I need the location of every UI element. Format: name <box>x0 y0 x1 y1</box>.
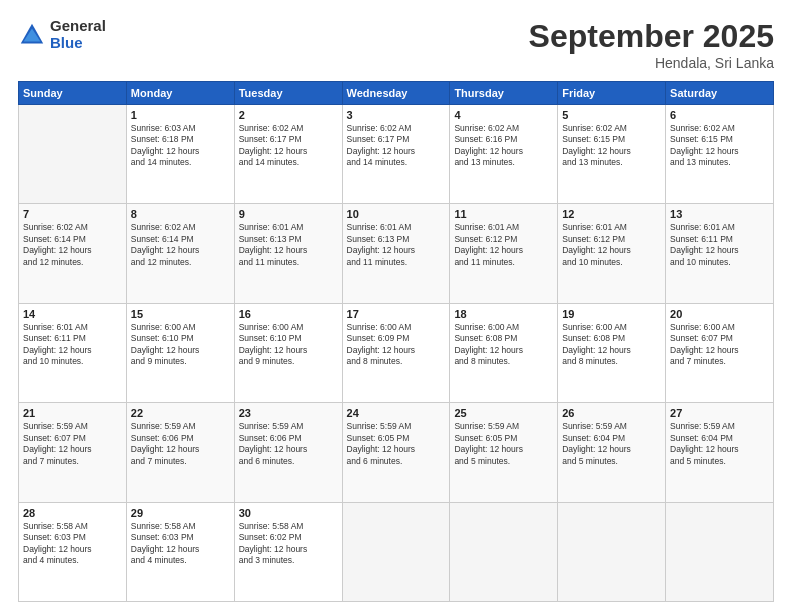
table-row: 27Sunrise: 5:59 AM Sunset: 6:04 PM Dayli… <box>666 403 774 502</box>
table-row: 8Sunrise: 6:02 AM Sunset: 6:14 PM Daylig… <box>126 204 234 303</box>
day-detail: Sunrise: 6:01 AM Sunset: 6:12 PM Dayligh… <box>562 222 661 268</box>
day-detail: Sunrise: 6:02 AM Sunset: 6:14 PM Dayligh… <box>131 222 230 268</box>
day-number: 16 <box>239 308 338 320</box>
table-row: 24Sunrise: 5:59 AM Sunset: 6:05 PM Dayli… <box>342 403 450 502</box>
subtitle: Hendala, Sri Lanka <box>529 55 774 71</box>
day-number: 14 <box>23 308 122 320</box>
table-row: 20Sunrise: 6:00 AM Sunset: 6:07 PM Dayli… <box>666 303 774 402</box>
day-detail: Sunrise: 5:58 AM Sunset: 6:02 PM Dayligh… <box>239 521 338 567</box>
table-row: 16Sunrise: 6:00 AM Sunset: 6:10 PM Dayli… <box>234 303 342 402</box>
day-detail: Sunrise: 6:03 AM Sunset: 6:18 PM Dayligh… <box>131 123 230 169</box>
day-number: 6 <box>670 109 769 121</box>
table-row: 11Sunrise: 6:01 AM Sunset: 6:12 PM Dayli… <box>450 204 558 303</box>
table-row: 10Sunrise: 6:01 AM Sunset: 6:13 PM Dayli… <box>342 204 450 303</box>
day-detail: Sunrise: 6:00 AM Sunset: 6:10 PM Dayligh… <box>239 322 338 368</box>
col-wednesday: Wednesday <box>342 82 450 105</box>
day-detail: Sunrise: 6:02 AM Sunset: 6:16 PM Dayligh… <box>454 123 553 169</box>
table-row: 22Sunrise: 5:59 AM Sunset: 6:06 PM Dayli… <box>126 403 234 502</box>
day-detail: Sunrise: 5:59 AM Sunset: 6:07 PM Dayligh… <box>23 421 122 467</box>
day-detail: Sunrise: 5:59 AM Sunset: 6:04 PM Dayligh… <box>670 421 769 467</box>
page: General Blue September 2025 Hendala, Sri… <box>0 0 792 612</box>
day-detail: Sunrise: 5:59 AM Sunset: 6:06 PM Dayligh… <box>131 421 230 467</box>
table-row: 12Sunrise: 6:01 AM Sunset: 6:12 PM Dayli… <box>558 204 666 303</box>
day-detail: Sunrise: 6:00 AM Sunset: 6:08 PM Dayligh… <box>562 322 661 368</box>
table-row <box>666 502 774 601</box>
table-row: 7Sunrise: 6:02 AM Sunset: 6:14 PM Daylig… <box>19 204 127 303</box>
table-row: 6Sunrise: 6:02 AM Sunset: 6:15 PM Daylig… <box>666 105 774 204</box>
table-row: 23Sunrise: 5:59 AM Sunset: 6:06 PM Dayli… <box>234 403 342 502</box>
day-detail: Sunrise: 6:02 AM Sunset: 6:14 PM Dayligh… <box>23 222 122 268</box>
table-row: 5Sunrise: 6:02 AM Sunset: 6:15 PM Daylig… <box>558 105 666 204</box>
table-row: 14Sunrise: 6:01 AM Sunset: 6:11 PM Dayli… <box>19 303 127 402</box>
day-detail: Sunrise: 6:01 AM Sunset: 6:11 PM Dayligh… <box>23 322 122 368</box>
day-number: 23 <box>239 407 338 419</box>
day-detail: Sunrise: 6:00 AM Sunset: 6:08 PM Dayligh… <box>454 322 553 368</box>
day-detail: Sunrise: 6:01 AM Sunset: 6:13 PM Dayligh… <box>347 222 446 268</box>
day-detail: Sunrise: 6:01 AM Sunset: 6:11 PM Dayligh… <box>670 222 769 268</box>
table-row <box>342 502 450 601</box>
table-row: 9Sunrise: 6:01 AM Sunset: 6:13 PM Daylig… <box>234 204 342 303</box>
day-number: 5 <box>562 109 661 121</box>
table-row: 19Sunrise: 6:00 AM Sunset: 6:08 PM Dayli… <box>558 303 666 402</box>
day-number: 10 <box>347 208 446 220</box>
day-detail: Sunrise: 6:01 AM Sunset: 6:12 PM Dayligh… <box>454 222 553 268</box>
day-number: 24 <box>347 407 446 419</box>
table-row: 30Sunrise: 5:58 AM Sunset: 6:02 PM Dayli… <box>234 502 342 601</box>
header: General Blue September 2025 Hendala, Sri… <box>18 18 774 71</box>
day-number: 28 <box>23 507 122 519</box>
col-thursday: Thursday <box>450 82 558 105</box>
day-detail: Sunrise: 6:00 AM Sunset: 6:09 PM Dayligh… <box>347 322 446 368</box>
table-row: 13Sunrise: 6:01 AM Sunset: 6:11 PM Dayli… <box>666 204 774 303</box>
day-number: 21 <box>23 407 122 419</box>
table-row: 29Sunrise: 5:58 AM Sunset: 6:03 PM Dayli… <box>126 502 234 601</box>
table-row: 15Sunrise: 6:00 AM Sunset: 6:10 PM Dayli… <box>126 303 234 402</box>
day-number: 19 <box>562 308 661 320</box>
logo-icon <box>18 21 46 49</box>
title-block: September 2025 Hendala, Sri Lanka <box>529 18 774 71</box>
day-detail: Sunrise: 6:02 AM Sunset: 6:15 PM Dayligh… <box>670 123 769 169</box>
day-number: 11 <box>454 208 553 220</box>
col-monday: Monday <box>126 82 234 105</box>
main-title: September 2025 <box>529 18 774 55</box>
day-detail: Sunrise: 5:58 AM Sunset: 6:03 PM Dayligh… <box>131 521 230 567</box>
day-detail: Sunrise: 6:00 AM Sunset: 6:07 PM Dayligh… <box>670 322 769 368</box>
day-number: 9 <box>239 208 338 220</box>
day-number: 20 <box>670 308 769 320</box>
calendar-week-row: 7Sunrise: 6:02 AM Sunset: 6:14 PM Daylig… <box>19 204 774 303</box>
day-detail: Sunrise: 5:59 AM Sunset: 6:05 PM Dayligh… <box>454 421 553 467</box>
day-detail: Sunrise: 6:02 AM Sunset: 6:17 PM Dayligh… <box>239 123 338 169</box>
day-number: 3 <box>347 109 446 121</box>
day-detail: Sunrise: 5:59 AM Sunset: 6:06 PM Dayligh… <box>239 421 338 467</box>
day-number: 2 <box>239 109 338 121</box>
calendar: Sunday Monday Tuesday Wednesday Thursday… <box>18 81 774 602</box>
day-number: 15 <box>131 308 230 320</box>
day-number: 12 <box>562 208 661 220</box>
logo-general: General <box>50 18 106 35</box>
day-detail: Sunrise: 6:00 AM Sunset: 6:10 PM Dayligh… <box>131 322 230 368</box>
day-detail: Sunrise: 5:59 AM Sunset: 6:04 PM Dayligh… <box>562 421 661 467</box>
logo-blue: Blue <box>50 35 106 52</box>
day-number: 30 <box>239 507 338 519</box>
table-row <box>19 105 127 204</box>
day-detail: Sunrise: 5:58 AM Sunset: 6:03 PM Dayligh… <box>23 521 122 567</box>
table-row: 1Sunrise: 6:03 AM Sunset: 6:18 PM Daylig… <box>126 105 234 204</box>
table-row <box>558 502 666 601</box>
day-detail: Sunrise: 6:02 AM Sunset: 6:15 PM Dayligh… <box>562 123 661 169</box>
day-number: 22 <box>131 407 230 419</box>
day-number: 1 <box>131 109 230 121</box>
table-row: 4Sunrise: 6:02 AM Sunset: 6:16 PM Daylig… <box>450 105 558 204</box>
day-detail: Sunrise: 6:01 AM Sunset: 6:13 PM Dayligh… <box>239 222 338 268</box>
day-number: 27 <box>670 407 769 419</box>
col-saturday: Saturday <box>666 82 774 105</box>
calendar-week-row: 14Sunrise: 6:01 AM Sunset: 6:11 PM Dayli… <box>19 303 774 402</box>
table-row <box>450 502 558 601</box>
day-number: 29 <box>131 507 230 519</box>
day-number: 8 <box>131 208 230 220</box>
day-number: 7 <box>23 208 122 220</box>
table-row: 17Sunrise: 6:00 AM Sunset: 6:09 PM Dayli… <box>342 303 450 402</box>
day-number: 26 <box>562 407 661 419</box>
table-row: 21Sunrise: 5:59 AM Sunset: 6:07 PM Dayli… <box>19 403 127 502</box>
day-detail: Sunrise: 5:59 AM Sunset: 6:05 PM Dayligh… <box>347 421 446 467</box>
day-number: 17 <box>347 308 446 320</box>
col-sunday: Sunday <box>19 82 127 105</box>
